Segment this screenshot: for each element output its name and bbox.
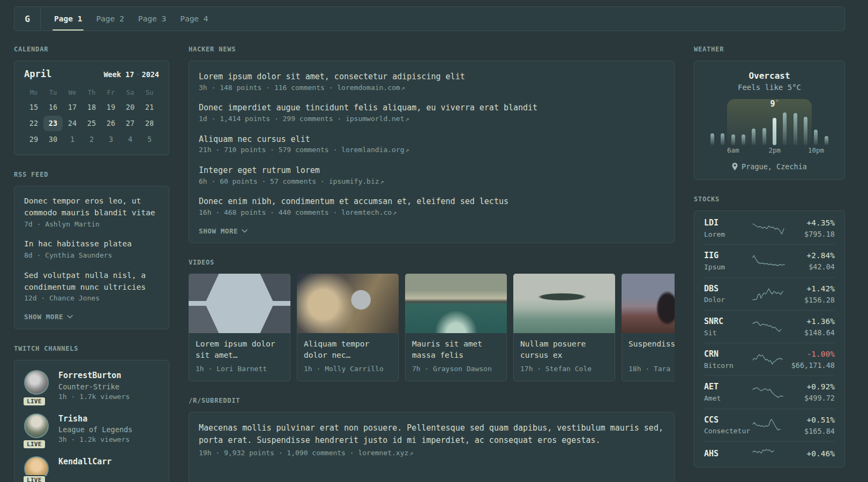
hn-story-domain-link[interactable]: ipsumworld.net↗ [346, 115, 409, 123]
hn-story-meta: 16h · 468 points · 440 comments · loremt… [199, 208, 664, 218]
twitch-channel[interactable]: LIVE Trisha League of Legends 3h · 1.2k … [24, 413, 159, 445]
video-card[interactable]: Aliquam tempor dolor nec pharetra… 1h · … [297, 274, 399, 381]
stock-row[interactable]: CRN Bitcorn -1.00% $66,171.48 [704, 343, 835, 375]
twitch-channel-info: ForrestBurton Counter-Strike 1h · 1.7k v… [58, 370, 130, 402]
video-thumbnail[interactable] [189, 274, 290, 333]
hn-story-stats: 16h · 468 points · 440 comments · [199, 208, 341, 216]
video-title[interactable]: Lorem ipsum dolor sit amet consectetu… [196, 338, 283, 361]
stock-row[interactable]: AET Amet +0.92% $499.72 [704, 375, 835, 408]
video-title[interactable]: Aliquam tempor dolor nec pharetra… [304, 338, 392, 361]
center-column: HACKER NEWS Lorem ipsum dolor sit amet, … [189, 46, 675, 482]
hn-story-title[interactable]: Aliquam nec cursus elit [199, 133, 664, 146]
stock-values: +1.42% $156.28 [787, 283, 835, 305]
reddit-post-title[interactable]: Maecenas mollis pulvinar erat non posuer… [199, 422, 664, 447]
video-title[interactable]: Nullam posuere cursus ex [520, 338, 608, 361]
stock-id: DBS Dolor [704, 283, 752, 305]
reddit-post[interactable]: Maecenas mollis pulvinar erat non posuer… [199, 422, 664, 458]
stock-symbol: SNRC [704, 316, 752, 328]
external-link-icon: ↗ [406, 115, 409, 123]
hn-story-domain: loremdomain.com [337, 84, 400, 92]
video-card[interactable]: Nullam posuere cursus ex 17h · Stefan Co… [513, 274, 615, 381]
top-nav: G Page 1 Page 2 Page 3 Page 4 [14, 6, 845, 31]
weather-time-label: 6am [727, 146, 739, 154]
stock-change: +1.36% [787, 316, 835, 327]
hn-story-domain-link[interactable]: loremdomain.com↗ [337, 84, 405, 92]
subreddit-section: /R/SUBREDDIT Maecenas mollis pulvinar er… [189, 397, 675, 482]
hn-story-domain-link[interactable]: loremlandia.org↗ [341, 146, 409, 154]
stocks-widget: LDI Lorem +4.35% $795.18 IIG Ipsum [694, 210, 845, 468]
twitch-avatar-wrap: LIVE [24, 456, 50, 481]
twitch-channel-name[interactable]: KendallCarr [58, 456, 111, 467]
reddit-post-domain-link[interactable]: loremnet.xyz↗ [358, 449, 413, 457]
twitch-channel-game[interactable]: League of Legends [58, 424, 132, 435]
hn-story[interactable]: Donec enim nibh, condimentum et accumsan… [199, 195, 664, 217]
weather-bar [742, 134, 745, 145]
rss-item[interactable]: Sed volutpat nulla nisl, a condimentum n… [24, 270, 159, 304]
rss-item-title[interactable]: Donec tempor eros leo, ut commodo mauris… [24, 195, 159, 219]
rss-show-more-button[interactable]: SHOW MORE [24, 313, 73, 321]
rss-item[interactable]: In hac habitasse platea 8d · Cynthia Sau… [24, 238, 159, 261]
hn-story-title[interactable]: Integer eget rutrum lorem [199, 164, 664, 177]
hn-show-more-button[interactable]: SHOW MORE [199, 227, 248, 235]
video-thumbnail[interactable] [297, 274, 399, 333]
rss-item-title[interactable]: Sed volutpat nulla nisl, a condimentum n… [24, 270, 159, 293]
video-title[interactable]: Mauris sit amet massa felis [412, 338, 500, 361]
hn-story[interactable]: Aliquam nec cursus elit 21h · 710 points… [199, 133, 664, 155]
video-thumbnail[interactable] [405, 274, 507, 333]
tab-page-1[interactable]: Page 1 [47, 7, 89, 31]
stock-sparkline [752, 386, 787, 400]
calendar-year: 2024 [141, 70, 159, 79]
stock-row[interactable]: AHS +0.46% [704, 441, 835, 466]
weather-bar-slot [717, 111, 728, 145]
stock-row[interactable]: LDI Lorem +4.35% $795.18 [704, 212, 835, 244]
hn-story-stats: 21h · 710 points · 579 comments · [199, 146, 341, 154]
video-title[interactable]: Suspendisse diam [628, 338, 675, 361]
video-thumbnail[interactable] [622, 274, 675, 333]
rss-item[interactable]: Donec tempor eros leo, ut commodo mauris… [24, 195, 159, 229]
hn-story-title[interactable]: Donec enim nibh, condimentum et accumsan… [199, 195, 664, 208]
weather-condition: Overcast [705, 71, 834, 81]
hn-story-title[interactable]: Donec imperdiet augue tincidunt felis al… [199, 102, 664, 114]
hn-story-title[interactable]: Lorem ipsum dolor sit amet, consectetur … [199, 71, 664, 83]
stock-change: -1.00% [787, 349, 835, 360]
twitch-channel[interactable]: LIVE KendallCarr [24, 456, 159, 481]
stock-id: SNRC Sit [704, 316, 752, 338]
twitch-channel[interactable]: LIVE ForrestBurton Counter-Strike 1h · 1… [24, 370, 159, 402]
stock-row[interactable]: SNRC Sit +1.36% $148.64 [704, 310, 835, 343]
rss-item-title[interactable]: In hac habitasse platea [24, 238, 159, 250]
hn-story-domain-link[interactable]: loremtech.co↗ [341, 208, 396, 216]
app-logo[interactable]: G [14, 7, 41, 31]
hn-story[interactable]: Donec imperdiet augue tincidunt felis al… [199, 102, 664, 124]
stock-name: Sit [704, 328, 752, 338]
hn-story-domain: loremlandia.org [341, 146, 404, 154]
hn-story-domain-link[interactable]: ipsumify.biz↗ [329, 177, 384, 185]
stock-sparkline [752, 447, 787, 461]
hn-story-meta: 3h · 148 points · 116 comments · loremdo… [199, 83, 664, 93]
twitch-channel-name[interactable]: Trisha [58, 413, 132, 424]
calendar-day-selected: 23 [43, 116, 63, 131]
stock-row[interactable]: IIG Ipsum +2.84% $42.04 [704, 244, 835, 277]
degree-symbol: ° [775, 99, 779, 106]
twitch-channel-name[interactable]: ForrestBurton [58, 370, 130, 381]
weather-time-label: 2pm [768, 146, 781, 154]
stock-row[interactable]: CCS Consectetur +0.51% $165.84 [704, 409, 835, 441]
tab-page-2[interactable]: Page 2 [89, 7, 131, 31]
stock-name: Ipsum [704, 262, 752, 273]
map-pin-icon [732, 163, 738, 170]
video-card[interactable]: Mauris sit amet massa felis 7h · Grayson… [405, 274, 507, 381]
video-thumbnail[interactable] [513, 274, 615, 333]
video-card[interactable]: Suspendisse diam 18h · Tara [622, 274, 675, 381]
hn-story-domain: ipsumify.biz [329, 177, 379, 185]
video-card[interactable]: Lorem ipsum dolor sit amet consectetu… 1… [189, 274, 290, 381]
external-link-icon: ↗ [380, 178, 384, 185]
stock-row[interactable]: DBS Dolor +1.42% $156.28 [704, 277, 835, 310]
twitch-channel-game[interactable]: Counter-Strike [58, 381, 130, 392]
hn-story[interactable]: Integer eget rutrum lorem 6h · 60 points… [199, 164, 664, 186]
hn-story[interactable]: Lorem ipsum dolor sit amet, consectetur … [199, 71, 664, 93]
weather-bar [762, 128, 766, 145]
weather-bar-slot [780, 111, 790, 145]
weather-bar-slot [749, 111, 759, 145]
tab-page-4[interactable]: Page 4 [173, 7, 215, 31]
tab-page-3[interactable]: Page 3 [131, 7, 173, 31]
videos-section: VIDEOS Lorem ipsum dolor sit amet consec… [189, 259, 675, 381]
